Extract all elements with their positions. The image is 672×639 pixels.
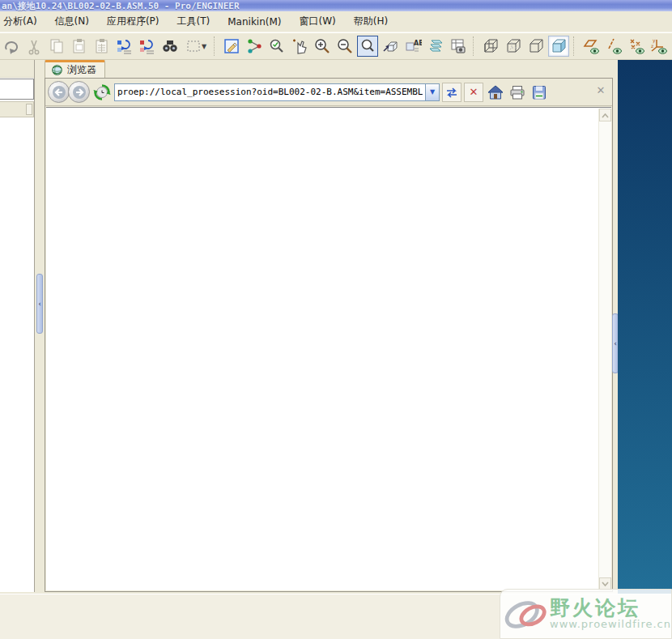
- sketch-display-icon[interactable]: [221, 36, 242, 57]
- cut-icon[interactable]: [23, 36, 45, 57]
- shaded-display-icon[interactable]: [548, 36, 569, 57]
- redo-icon[interactable]: [1, 36, 22, 57]
- close-icon: ✕: [597, 84, 606, 96]
- graphics-area[interactable]: [618, 60, 672, 594]
- address-dropdown-button[interactable]: ▼: [425, 83, 440, 101]
- tab-browser-label: 浏览器: [67, 63, 96, 77]
- datum-axis-toggle-icon[interactable]: [603, 36, 624, 57]
- save-floppy-icon: [530, 83, 548, 101]
- save-button[interactable]: [530, 83, 549, 102]
- select-hand-icon[interactable]: [289, 36, 310, 57]
- chevron-down-icon: [601, 581, 610, 588]
- globe-icon: [51, 64, 63, 76]
- browser-body: ▼ ✕: [45, 78, 613, 592]
- menu-applications[interactable]: 应用程序(P): [98, 11, 168, 32]
- zoom-out-icon[interactable]: [334, 36, 355, 57]
- wildfire-logo-icon: [502, 590, 550, 637]
- zoom-in-icon[interactable]: [312, 36, 333, 57]
- find-icon[interactable]: [159, 36, 181, 57]
- printer-icon: [508, 83, 526, 101]
- find-geometry-icon[interactable]: [266, 36, 287, 57]
- browser-content: [46, 107, 611, 590]
- address-combo: ▼: [114, 83, 440, 101]
- browser-navbar: ▼ ✕: [45, 79, 612, 106]
- menu-bar: 分析(A) 信息(N) 应用程序(P) 工具(T) Manikin(M) 窗口(…: [0, 11, 672, 32]
- menu-analysis[interactable]: 分析(A): [0, 11, 46, 32]
- go-refresh-button[interactable]: [442, 83, 461, 102]
- navigator-search-box[interactable]: [0, 79, 34, 100]
- chevron-up-icon: [601, 112, 610, 119]
- regenerate-custom-icon[interactable]: [137, 36, 158, 57]
- forward-arrow-icon: [70, 83, 88, 101]
- datum-point-toggle-icon[interactable]: [626, 36, 647, 57]
- svg-text:z: z: [651, 43, 653, 49]
- navigator-header-bar: [0, 101, 34, 117]
- watermark: 野火论坛 www.proewildfire.cn: [500, 589, 672, 639]
- hidden-line-display-icon[interactable]: [503, 36, 524, 57]
- selection-filter-caret-icon[interactable]: ▼: [202, 43, 206, 50]
- navigator-panel: [0, 60, 35, 592]
- view-manager-icon[interactable]: [448, 36, 469, 57]
- browser-panel: 浏览器 ▼: [45, 60, 613, 592]
- no-hidden-display-icon[interactable]: [525, 36, 547, 57]
- back-button[interactable]: [48, 81, 70, 103]
- annotations-icon[interactable]: AB: [402, 36, 423, 57]
- wireframe-display-icon[interactable]: [480, 36, 501, 57]
- toolbar-separator: [473, 36, 476, 56]
- navigator-splitter[interactable]: ‹: [36, 60, 45, 594]
- home-button[interactable]: [486, 83, 505, 102]
- menu-tools[interactable]: 工具(T): [168, 11, 219, 32]
- menu-info[interactable]: 信息(N): [46, 11, 98, 32]
- connections-icon[interactable]: [244, 36, 265, 57]
- collapse-left-icon: ‹: [614, 340, 617, 347]
- copy-icon[interactable]: [46, 36, 67, 57]
- toolbar-separator: [214, 36, 217, 56]
- csys-toggle-icon[interactable]: yz: [649, 36, 670, 57]
- title-bar: an\接地10.24\BL002-02-B.ASM.50 - Pro/ENGIN…: [0, 0, 672, 11]
- home-icon: [487, 83, 504, 101]
- forward-button[interactable]: [68, 81, 90, 103]
- refresh-globe-icon: [93, 83, 111, 101]
- tab-browser[interactable]: 浏览器: [45, 60, 105, 78]
- back-arrow-icon: [50, 83, 68, 101]
- main-toolbar: ▼ AB: [0, 32, 672, 60]
- layers-icon[interactable]: [425, 36, 446, 57]
- reload-session-button[interactable]: [92, 83, 112, 102]
- browser-tab-row: 浏览器: [45, 60, 613, 78]
- selection-filter-icon[interactable]: ▼: [182, 36, 210, 57]
- stop-button[interactable]: ✕: [464, 83, 483, 102]
- go-arrows-icon: [444, 84, 460, 100]
- reorient-view-icon[interactable]: [380, 36, 401, 57]
- stop-icon: ✕: [470, 86, 478, 98]
- datum-plane-toggle-icon[interactable]: [581, 36, 602, 57]
- menu-window[interactable]: 窗口(W): [291, 11, 345, 32]
- proengineer-window: an\接地10.24\BL002-02-B.ASM.50 - Pro/ENGIN…: [0, 0, 672, 639]
- print-button[interactable]: [508, 83, 527, 102]
- watermark-url: www.proewildfire.cn: [550, 619, 671, 630]
- toolbar-separator: [573, 36, 576, 56]
- browser-scrollbar[interactable]: [598, 109, 611, 590]
- navigator-toolbar: [0, 60, 34, 78]
- main-region: ‹ 浏览器: [0, 60, 672, 594]
- navigator-header-button[interactable]: [26, 104, 32, 115]
- paste-icon[interactable]: [69, 36, 90, 57]
- scroll-up-button[interactable]: [599, 109, 611, 121]
- navigator-collapse-handle[interactable]: ‹: [36, 274, 43, 334]
- watermark-title: 野火论坛: [550, 598, 671, 619]
- collapse-left-icon: ‹: [38, 300, 41, 308]
- svg-text:AB: AB: [414, 40, 422, 47]
- window-title: an\接地10.24\BL002-02-B.ASM.50 - Pro/ENGIN…: [2, 1, 240, 11]
- menu-manikin[interactable]: Manikin(M): [219, 13, 290, 31]
- paste-special-icon[interactable]: [91, 36, 113, 57]
- chevron-down-icon: ▼: [430, 88, 435, 96]
- browser-close-button[interactable]: ✕: [594, 83, 607, 96]
- menu-help[interactable]: 帮助(H): [345, 11, 397, 32]
- address-input[interactable]: [114, 83, 425, 101]
- watermark-text: 野火论坛 www.proewildfire.cn: [550, 598, 671, 630]
- zoom-fit-icon[interactable]: [357, 36, 378, 57]
- regenerate-icon[interactable]: [114, 36, 135, 57]
